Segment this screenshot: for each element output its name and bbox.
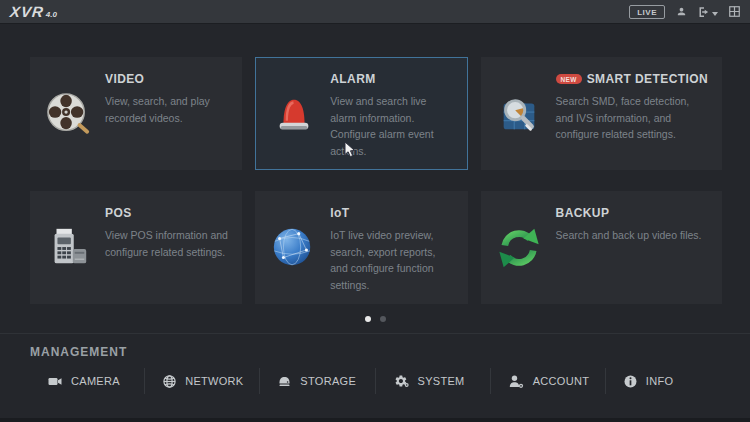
card-description: Search SMD, face detection, and IVS info…: [556, 93, 708, 143]
card-smart-detection[interactable]: NEW SMART DETECTION Search SMD, face det…: [481, 57, 722, 170]
card-description: View POS information and configure relat…: [105, 227, 228, 260]
management-item-label: NETWORK: [185, 375, 243, 387]
account-user-icon: [509, 375, 524, 388]
live-button[interactable]: LIVE: [629, 5, 665, 19]
main-menu-grid: VIDEO View, search, and play recorded vi…: [30, 57, 722, 304]
management-item-label: ACCOUNT: [533, 375, 590, 387]
card-description: View, search, and play recorded videos.: [105, 93, 228, 126]
pos-terminal-icon: [45, 225, 91, 271]
backup-sync-icon: [496, 225, 542, 271]
card-pos[interactable]: POS View POS information and configure r…: [30, 191, 242, 304]
user-icon[interactable]: [676, 6, 687, 17]
management-item-label: SYSTEM: [418, 375, 465, 387]
management-item-info[interactable]: INFO: [605, 368, 720, 394]
management-title: MANAGEMENT: [30, 345, 750, 359]
management-item-system[interactable]: SYSTEM: [375, 368, 490, 394]
card-title: POS: [105, 206, 132, 220]
top-bar: XVR 4.0 LIVE: [0, 0, 750, 24]
iot-globe-icon: [270, 225, 316, 271]
card-description: View and search live alarm information. …: [330, 93, 453, 159]
card-description: IoT live video preview, search, export r…: [330, 227, 453, 293]
new-badge: NEW: [556, 74, 582, 84]
card-title: VIDEO: [105, 72, 144, 86]
card-description: Search and back up video files.: [556, 227, 708, 244]
page-dot-2[interactable]: [380, 316, 386, 322]
management-section: MANAGEMENT CAMERA NETWORK ST: [0, 333, 750, 394]
network-globe-icon: [163, 375, 176, 388]
management-item-label: STORAGE: [300, 375, 356, 387]
system-gear-icon: [394, 374, 409, 388]
card-video[interactable]: VIDEO View, search, and play recorded vi…: [30, 57, 242, 170]
card-backup[interactable]: BACKUP Search and back up video files.: [481, 191, 722, 304]
card-title: BACKUP: [556, 206, 610, 220]
card-title: IoT: [330, 206, 349, 220]
camera-icon: [48, 376, 62, 387]
storage-drive-icon: [278, 375, 291, 387]
bottom-edge-strip: [0, 418, 750, 422]
card-iot[interactable]: IoT IoT live video preview, search, expo…: [255, 191, 467, 304]
logout-icon[interactable]: [698, 6, 718, 18]
management-item-storage[interactable]: STORAGE: [259, 368, 374, 394]
info-icon: [624, 375, 637, 388]
smart-detection-icon: [496, 91, 542, 137]
card-alarm[interactable]: ALARM View and search live alarm informa…: [255, 57, 467, 170]
film-reel-icon: [45, 91, 91, 137]
alarm-siren-icon: [271, 91, 317, 137]
management-item-label: INFO: [646, 375, 673, 387]
logo-text: XVR: [9, 3, 45, 20]
logout-caret-icon: [712, 12, 718, 16]
card-title: SMART DETECTION: [587, 72, 708, 86]
page-dot-1[interactable]: [365, 316, 371, 322]
logo-version: 4.0: [46, 10, 57, 19]
app-logo: XVR 4.0: [10, 3, 57, 20]
screen-layout-icon[interactable]: [729, 6, 740, 17]
management-row: CAMERA NETWORK STORAGE: [30, 368, 720, 394]
page-indicator: [0, 316, 750, 322]
management-item-network[interactable]: NETWORK: [144, 368, 259, 394]
card-title: ALARM: [330, 72, 375, 86]
management-item-camera[interactable]: CAMERA: [30, 368, 144, 394]
management-item-label: CAMERA: [71, 375, 120, 387]
management-item-account[interactable]: ACCOUNT: [490, 368, 605, 394]
